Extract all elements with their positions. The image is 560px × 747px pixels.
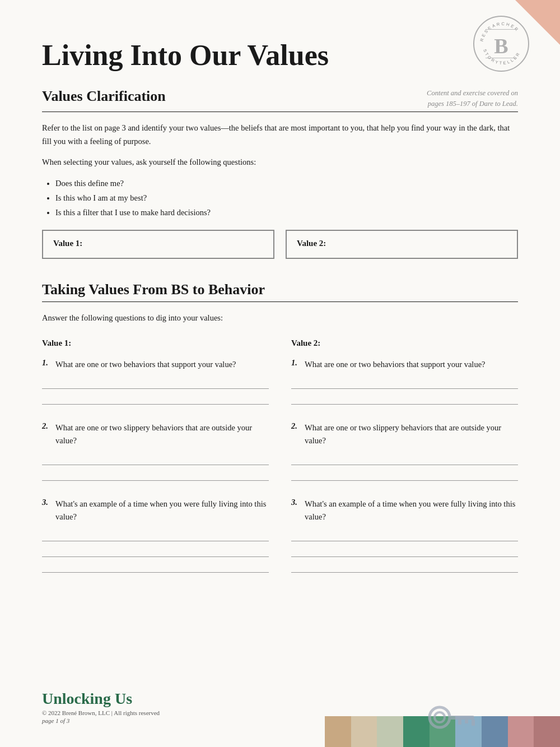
footer-stripes xyxy=(325,713,560,747)
section2-intro: Answer the following questions to dig in… xyxy=(42,311,518,325)
badge-arc-svg: RESEARCHER STORYTELLER xyxy=(474,17,530,73)
value1-column: Value 1: 1. What are one or two behavior… xyxy=(42,338,269,590)
section1-heading: Values Clarification xyxy=(42,88,166,105)
svg-rect-7 xyxy=(472,720,475,726)
question-2-col1: 2. What are one or two slippery behavior… xyxy=(42,421,269,481)
section-values-clarification: Values Clarification Content and exercis… xyxy=(42,88,518,259)
section1-divider xyxy=(42,112,518,112)
q3-col1-text: What's an example of a time when you wer… xyxy=(55,498,269,523)
questions-grid: Value 1: 1. What are one or two behavior… xyxy=(42,338,518,590)
value2-column: Value 2: 1. What are one or two behavior… xyxy=(291,338,518,590)
q2-col1-text: What are one or two slippery behaviors t… xyxy=(55,421,269,447)
value-boxes-row: Value 1: Value 2: xyxy=(42,230,518,259)
q1-num: 1. xyxy=(42,358,52,371)
col1-heading: Value 1: xyxy=(42,338,269,348)
question-2-col2: 2. What are one or two slippery behavior… xyxy=(291,421,518,481)
q1-col1-text: What are one or two behaviors that suppo… xyxy=(55,358,236,371)
q2-num: 2. xyxy=(42,421,52,447)
q3-num: 3. xyxy=(42,498,52,523)
page-title: Living Into Our Values xyxy=(42,39,518,71)
answer-line[interactable] xyxy=(291,529,518,541)
q1-col2-text: What are one or two behaviors that suppo… xyxy=(305,358,486,371)
answer-line[interactable] xyxy=(42,377,269,389)
q1-col2-answer xyxy=(291,377,518,405)
q2-num-col2: 2. xyxy=(291,421,301,447)
section-values-to-behavior: Taking Values From BS to Behavior Answer… xyxy=(42,281,518,590)
section2-heading: Taking Values From BS to Behavior xyxy=(42,281,518,298)
col2-heading: Value 2: xyxy=(291,338,518,348)
page: RESEARCHER STORYTELLER B Living Into Our… xyxy=(0,0,560,747)
stripe-9 xyxy=(534,716,560,747)
question-1-col2: 1. What are one or two behaviors that su… xyxy=(291,358,518,405)
question-3-col2: 3. What's an example of a time when you … xyxy=(291,498,518,573)
answer-line[interactable] xyxy=(42,392,269,405)
section1-selection-prompt: When selecting your values, ask yourself… xyxy=(42,155,518,169)
answer-line[interactable] xyxy=(42,529,269,541)
q2-col2-answer xyxy=(291,453,518,481)
stripe-7 xyxy=(482,716,508,747)
value1-box[interactable]: Value 1: xyxy=(42,230,274,259)
q1-num-col2: 1. xyxy=(291,358,301,371)
svg-text:STORYTELLER: STORYTELLER xyxy=(482,48,521,66)
answer-line[interactable] xyxy=(291,545,518,557)
answer-line[interactable] xyxy=(42,453,269,465)
q1-col1-answer xyxy=(42,377,269,405)
svg-point-3 xyxy=(435,712,445,722)
answer-line[interactable] xyxy=(42,545,269,557)
bullet-list: Does this define me? Is this who I am at… xyxy=(55,176,518,220)
question-3-col1: 3. What's an example of a time when you … xyxy=(42,498,269,573)
svg-rect-6 xyxy=(465,720,468,723)
key-illustration xyxy=(426,698,479,737)
answer-line[interactable] xyxy=(291,392,518,405)
section2-divider xyxy=(42,301,518,302)
bullet-item: Is this who I am at my best? xyxy=(55,191,518,205)
value2-box[interactable]: Value 2: xyxy=(286,230,518,259)
footer: Unlocking Us © 2022 Brené Brown, LLC | A… xyxy=(0,680,560,747)
section1-note: Content and exercise covered on pages 18… xyxy=(427,88,518,109)
answer-line[interactable] xyxy=(291,560,518,573)
q3-col1-answer xyxy=(42,529,269,573)
answer-line[interactable] xyxy=(42,468,269,481)
answer-line[interactable] xyxy=(291,377,518,389)
bullet-item: Does this define me? xyxy=(55,176,518,191)
stripe-3 xyxy=(377,716,403,747)
researcher-storyteller-badge: RESEARCHER STORYTELLER B xyxy=(473,16,529,72)
answer-line[interactable] xyxy=(291,453,518,465)
answer-line[interactable] xyxy=(291,468,518,481)
q3-col2-answer xyxy=(291,529,518,573)
q2-col1-answer xyxy=(42,453,269,481)
answer-line[interactable] xyxy=(42,560,269,573)
svg-point-2 xyxy=(430,707,450,727)
question-1-col1: 1. What are one or two behaviors that su… xyxy=(42,358,269,405)
stripe-2 xyxy=(351,716,377,747)
svg-text:RESEARCHER: RESEARCHER xyxy=(479,21,520,42)
section1-intro: Refer to the list on page 3 and identify… xyxy=(42,121,518,149)
stripe-8 xyxy=(508,716,534,747)
q3-num-col2: 3. xyxy=(291,498,301,523)
stripe-1 xyxy=(325,716,351,747)
svg-rect-4 xyxy=(449,716,474,720)
q3-col2-text: What's an example of a time when you wer… xyxy=(305,498,518,523)
svg-rect-5 xyxy=(458,720,461,725)
bullet-item: Is this a filter that I use to make hard… xyxy=(55,205,518,220)
q2-col2-text: What are one or two slippery behaviors t… xyxy=(305,421,518,447)
